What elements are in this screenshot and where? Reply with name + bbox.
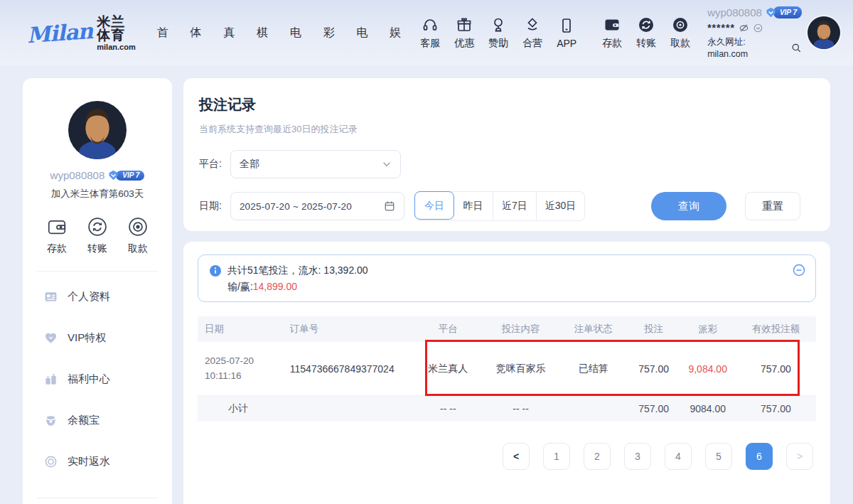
range-today-button[interactable]: 今日 [414,191,454,220]
sidebar-avatar-image [68,101,127,159]
pagination-page-1[interactable]: 1 [543,443,570,470]
pagination-page-2[interactable]: 2 [584,443,611,470]
wallet-icon [603,16,621,33]
sidebar-item-profile[interactable]: 个人资料 [38,276,156,317]
sidebar-avatar[interactable] [68,101,127,159]
sidebar-item-vip[interactable]: VIP特权 [38,317,156,358]
cell-content: 竞咪百家乐 [482,363,559,375]
transfer-icon [638,16,655,33]
app-button[interactable]: APP [552,17,581,49]
deposit-label: 存款 [602,37,622,50]
vip-badge[interactable]: VIP 7 [765,6,802,18]
nav-item-esports[interactable]: 电竞 [280,0,313,65]
platform-select-value: 全部 [240,158,259,171]
date-label: 日期: [199,200,222,213]
search-icon[interactable] [791,43,802,53]
summary-line1: 共计51笔投注，流水: 13,392.00 [227,263,368,278]
search-button[interactable]: 查询 [651,192,726,220]
withdraw-label: 取款 [670,37,690,50]
username-text: wyp080808 [707,6,762,20]
table-header-row: 日期 订单号 平台 投注内容 注单状态 投注 派彩 有效投注额 [198,316,816,342]
pagination-prev-button[interactable]: < [503,443,530,470]
platform-select[interactable]: 全部 [230,150,401,178]
bet-records-filter-panel: 投注记录 当前系统支持查询最近30日的投注记录 平台: 全部 日期: 2025-… [183,78,830,231]
refresh-balance-icon[interactable] [753,23,763,33]
nav-item-slots[interactable]: 电子 [347,0,380,65]
pagination-next-button[interactable]: > [786,443,813,470]
subtotal-row: 小计 -- -- -- -- 757.00 9084.00 757.00 [198,396,816,422]
date-range-value: 2025-07-20 ~ 2025-07-20 [240,201,352,212]
sidebar-vip-level: VIP 7 [116,171,144,181]
app-label: APP [557,38,576,49]
nav-item-home[interactable]: 首页 [147,0,181,65]
top-header: Milan 米兰体育 milan.com 首页 体育 真人 棋牌 电竞 彩票 电… [0,0,853,65]
joined-days-text: 加入米兰体育第603天 [38,188,156,200]
sidebar-deposit-button[interactable]: 存款 [41,216,73,255]
sidebar-deposit-label: 存款 [47,242,67,255]
sidebar-item-yuebao[interactable]: 余额宝 [38,400,156,441]
collapse-icon[interactable] [793,264,805,277]
sidebar-vip-badge[interactable]: VIP 7 [107,169,144,181]
range-yesterday-button[interactable]: 昨日 [454,192,493,220]
pagination-page-6[interactable]: 6 [746,443,773,470]
col-header-platform: 平台 [414,323,482,336]
rebate-icon [44,455,58,468]
money-pot-icon [44,414,58,427]
sponsor-button[interactable]: 赞助 [483,16,513,50]
table-row: 2025-07-20 10:11:16 1154736667849377024 … [198,342,816,396]
nav-item-sports[interactable]: 体育 [180,0,213,65]
transfer-button[interactable]: 转账 [631,16,661,50]
page-title: 投注记录 [199,95,815,114]
pagination-page-5[interactable]: 5 [705,443,732,470]
col-header-status: 注单状态 [559,323,628,336]
date-range-input[interactable]: 2025-07-20 ~ 2025-07-20 [230,192,404,220]
sidebar-divider [37,271,158,272]
reset-button[interactable]: 重置 [745,192,800,220]
avatar[interactable] [808,16,840,49]
range-30days-button[interactable]: 近30日 [537,192,585,220]
partner-label: 合营 [522,37,542,50]
site-logo[interactable]: Milan 米兰体育 milan.com [27,15,136,51]
subtotal-content: -- -- [482,403,559,414]
sidebar-item-welfare-label: 福利中心 [68,372,110,386]
headset-icon [422,16,439,33]
col-header-date: 日期 [198,323,284,336]
sidebar-transfer-button[interactable]: 转账 [82,216,113,255]
bet-records-table: 日期 订单号 平台 投注内容 注单状态 投注 派彩 有效投注额 2025-07-… [198,316,816,422]
withdraw-button[interactable]: 取款 [665,16,695,50]
sidebar-withdraw-button[interactable]: 取款 [122,216,154,255]
summary-banner: 共计51笔投注，流水: 13,392.00 输/赢: 14,899.00 [198,254,816,302]
bet-records-table-panel: 共计51笔投注，流水: 13,392.00 输/赢: 14,899.00 日期 … [183,242,830,504]
header-user-info: wyp080808 VIP 7 ****** 永久网址: milan.com [707,6,802,60]
nav-item-live[interactable]: 真人 [213,0,247,65]
welfare-icon [44,372,58,386]
nav-item-entertainment[interactable]: 娱乐 [380,0,413,65]
sidebar-transfer-label: 转账 [87,242,107,255]
subtotal-bet: 757.00 [628,403,680,414]
partner-button[interactable]: 合营 [517,16,547,50]
col-header-bet: 投注 [628,323,680,336]
eye-off-icon[interactable] [739,23,749,33]
sidebar-username: wyp080808 [50,169,105,181]
service-button[interactable]: 客服 [415,16,445,50]
cell-platform: 米兰真人 [414,363,482,375]
platform-label: 平台: [199,158,222,171]
sidebar-item-rebate[interactable]: 实时返水 [38,441,156,482]
cell-datetime: 2025-07-20 10:11:16 [198,354,284,383]
sponsor-label: 赞助 [488,37,508,50]
col-header-content: 投注内容 [482,323,559,336]
pagination-page-4[interactable]: 4 [665,443,692,470]
deposit-button[interactable]: 存款 [597,16,627,50]
logo-cn-text: 米兰体育 [97,15,135,42]
sidebar-item-welfare[interactable]: 福利中心 [38,358,156,400]
withdraw-icon [672,16,689,33]
col-header-order: 订单号 [284,323,414,336]
nav-item-cards[interactable]: 棋牌 [247,0,280,65]
pagination-page-3[interactable]: 3 [624,443,651,470]
pagination: < 1 2 3 4 5 6 > [198,443,816,470]
col-header-valid: 有效投注额 [736,323,816,336]
range-7days-button[interactable]: 近7日 [493,192,537,220]
promo-button[interactable]: 优惠 [449,16,479,50]
vip-gem-icon [765,6,777,18]
nav-item-lottery[interactable]: 彩票 [313,0,347,65]
